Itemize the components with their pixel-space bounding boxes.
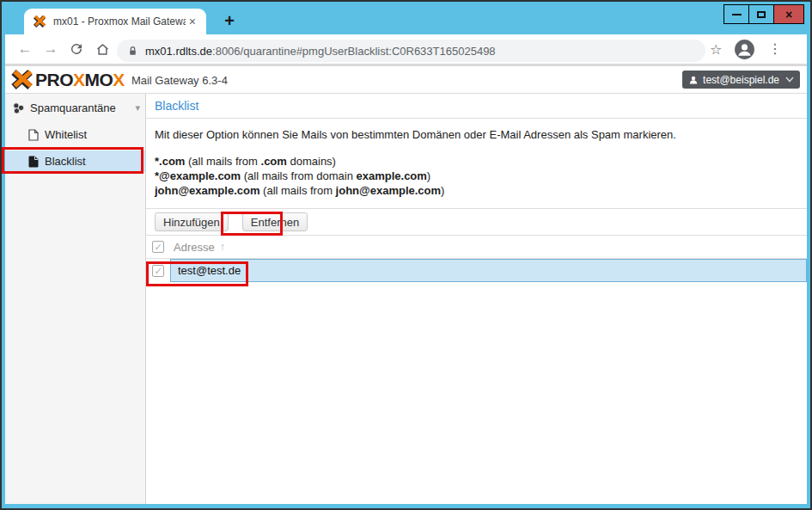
collapse-icon[interactable]: ▾	[135, 102, 140, 114]
main-content: Blacklist Mit dieser Option können Sie M…	[146, 94, 807, 504]
description-text: Mit dieser Option können Sie Mails von b…	[155, 128, 798, 141]
sidebar-item-label: Whitelist	[45, 128, 87, 141]
example-line: *@example.com (all mails from domain exa…	[155, 169, 798, 183]
add-button[interactable]: Hinzufügen	[155, 212, 229, 231]
example-line: john@example.com (all mails from john@ex…	[155, 183, 798, 198]
bookmark-star-icon[interactable]: ☆	[710, 41, 722, 58]
address-bar[interactable]: mx01.rdlts.de:8006/quarantine#pmgUserBla…	[117, 40, 705, 62]
pmg-header: PROXMOX Mail Gateway 6.3-4 test@beispiel…	[5, 66, 807, 94]
row-checkbox[interactable]: ✓	[152, 265, 164, 277]
sidebar: Spamquarantäne ▾ Whitelist Blacklist	[5, 94, 146, 504]
grid-header: ✓ Adresse ↑	[146, 236, 807, 259]
tab-close-icon[interactable]: ×	[186, 15, 199, 28]
page-title: Blacklist	[146, 94, 807, 119]
product-version-label: Mail Gateway 6.3-4	[131, 74, 228, 87]
proxmox-favicon-icon	[33, 15, 46, 28]
sort-ascending-icon: ↑	[220, 241, 225, 253]
url-domain: mx01.rdlts.de	[145, 45, 212, 58]
grid-toolbar: Hinzufügen Entfernen	[146, 209, 807, 236]
back-button[interactable]: ←	[12, 40, 38, 58]
new-tab-button[interactable]: +	[217, 9, 242, 34]
reload-button[interactable]	[64, 41, 89, 57]
sidebar-item-whitelist[interactable]: Whitelist	[5, 124, 145, 145]
user-icon	[688, 75, 699, 85]
description-panel: Mit dieser Option können Sie Mails von b…	[146, 119, 807, 209]
proxmox-logo-icon	[10, 70, 34, 89]
title-bar: mx01 - Proxmox Mail Gateway × + ×	[2, 2, 810, 34]
chevron-down-icon	[785, 77, 794, 83]
grid-empty-area	[146, 282, 807, 504]
lock-icon[interactable]	[127, 46, 138, 57]
home-button[interactable]	[89, 41, 115, 58]
sidebar-item-label: Blacklist	[45, 155, 86, 168]
home-icon	[95, 41, 111, 58]
example-line: *.com (all mails from .com domains)	[155, 154, 798, 169]
proxmox-wordmark: PROXMOX	[35, 70, 125, 90]
sidebar-group-spamquarantaene[interactable]: Spamquarantäne ▾	[5, 97, 145, 119]
sidebar-item-blacklist[interactable]: Blacklist	[5, 151, 145, 172]
browser-tab[interactable]: mx01 - Proxmox Mail Gateway ×	[24, 9, 206, 34]
forward-button[interactable]: →	[38, 40, 64, 58]
sidebar-group-label: Spamquarantäne	[30, 101, 116, 114]
user-menu-button[interactable]: test@beispiel.de	[682, 71, 800, 89]
column-header-adresse[interactable]: Adresse	[174, 241, 215, 254]
browser-menu-icon[interactable]: ⋮	[768, 40, 782, 57]
maximize-icon	[757, 11, 766, 18]
table-row[interactable]: ✓ test@test.de	[146, 259, 807, 282]
minimize-icon	[732, 14, 742, 15]
file-filled-icon	[28, 156, 39, 168]
remove-button[interactable]: Entfernen	[242, 212, 308, 231]
browser-content: ← → mx01.rdlts.de:8006/quarantine#pmgUse…	[5, 34, 807, 504]
browser-toolbar: ← → mx01.rdlts.de:8006/quarantine#pmgUse…	[5, 34, 807, 66]
url-text: mx01.rdlts.de:8006/quarantine#pmgUserBla…	[145, 45, 697, 58]
examples-block: *.com (all mails from .com domains) *@ex…	[155, 154, 798, 198]
user-email-label: test@beispiel.de	[703, 74, 779, 86]
minimize-button[interactable]	[723, 4, 749, 24]
tab-title: mx01 - Proxmox Mail Gateway	[53, 15, 186, 28]
profile-avatar-icon[interactable]	[734, 39, 755, 60]
url-path: :8006/quarantine#pmgUserBlacklist:C0R633…	[212, 45, 496, 58]
reload-icon	[69, 41, 84, 57]
browser-window: mx01 - Proxmox Mail Gateway × + × ← →	[0, 0, 812, 510]
row-address-cell[interactable]: test@test.de	[170, 259, 807, 282]
maximize-button[interactable]	[748, 4, 774, 24]
close-button[interactable]: ×	[773, 4, 804, 24]
spam-cluster-icon	[12, 102, 25, 114]
window-controls: ×	[724, 4, 804, 24]
select-all-checkbox[interactable]: ✓	[152, 241, 164, 253]
file-outline-icon	[28, 129, 39, 141]
